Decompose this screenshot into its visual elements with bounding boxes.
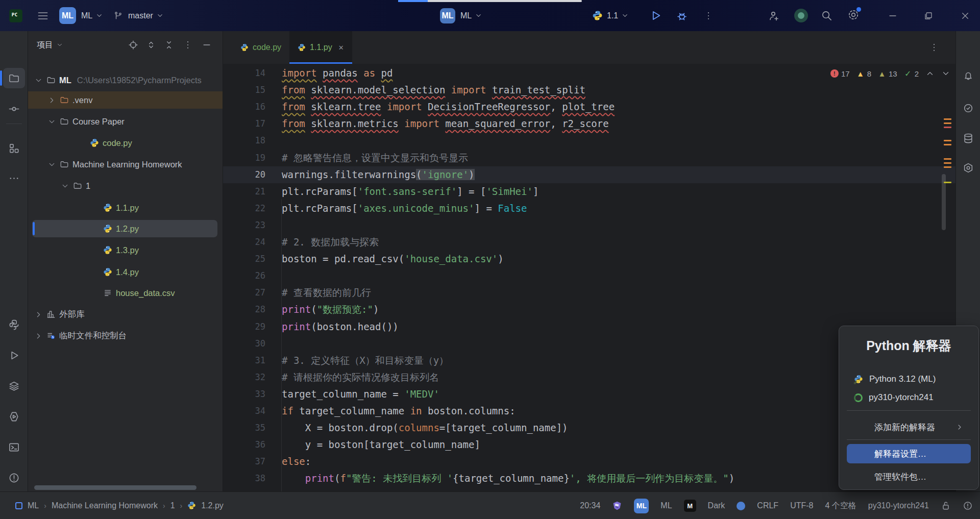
stripe-button-notifications[interactable] <box>958 66 979 86</box>
line-number: 33 <box>223 386 265 403</box>
burger-icon <box>37 10 49 22</box>
editor-tab-bar: code.py1.1.py✕ <box>223 31 955 64</box>
python-icon <box>187 501 196 510</box>
plugin-shield-icon[interactable] <box>612 501 622 511</box>
search-everywhere-button[interactable] <box>821 0 832 31</box>
stripe-button-run[interactable] <box>3 345 25 365</box>
tree-item-ML[interactable]: MLC:\Users\19852\PycharmProjects <box>28 71 223 89</box>
next-problem-icon[interactable] <box>941 69 950 78</box>
title-bar: PC ML ML master ML ML 1.1 <box>0 0 980 31</box>
python-icon <box>240 43 249 52</box>
tree-item-label: Machine Learning Homework <box>72 160 182 169</box>
run-button[interactable] <box>649 0 662 31</box>
python-icon <box>103 224 112 233</box>
tree-item-___[interactable]: 外部库 <box>28 306 223 323</box>
stripe-button-terminal[interactable] <box>3 437 25 457</box>
inspection-error[interactable]: !17 <box>830 69 850 78</box>
code-text: plt.rcParams['axes.unicode_minus'] = Fal… <box>282 200 527 217</box>
settings-button[interactable] <box>847 0 860 31</box>
code-line-23: 23 <box>223 217 955 234</box>
stripe-button-problems[interactable] <box>3 467 25 488</box>
status-project-badge[interactable]: ML <box>634 499 649 513</box>
stripe-button-project-folder[interactable] <box>3 68 25 88</box>
code-with-me-button[interactable] <box>768 0 780 31</box>
status-blue-dot[interactable] <box>737 502 745 510</box>
main-menu-button[interactable] <box>37 0 49 31</box>
tree-item-.venv[interactable]: .venv <box>28 91 223 109</box>
clock: 20:34 <box>580 501 600 510</box>
status-project-name[interactable]: ML <box>660 501 672 510</box>
stripe-button-plugin[interactable] <box>958 158 979 178</box>
breadcrumb-item[interactable]: Machine Learning Homework <box>52 501 158 510</box>
stripe-button-more-horizontal[interactable] <box>3 168 25 188</box>
alert-circle-icon[interactable] <box>963 501 973 511</box>
python-icon <box>592 10 603 21</box>
interpreter-widget[interactable]: py310-ytorch241 <box>868 501 929 510</box>
tree-item-1.2.py[interactable]: 1.2.py <box>32 220 217 237</box>
lock-open-icon[interactable] <box>941 501 951 511</box>
tab-options-icon[interactable] <box>929 42 939 53</box>
tree-item-label: 1.2.py <box>116 224 139 234</box>
interpreter-item[interactable]: Python 3.12 (ML) <box>847 370 971 388</box>
breadcrumb-item[interactable]: 1.2.py <box>201 501 224 510</box>
stripe-button-python-packages[interactable] <box>3 314 25 335</box>
tree-item-Course_Paper[interactable]: Course Paper <box>28 113 223 130</box>
inspection-weak[interactable]: ▲13 <box>878 69 897 78</box>
close-button[interactable] <box>953 0 977 31</box>
interpreter-label: Python 3.12 (ML) <box>869 374 936 384</box>
add-interpreter-item[interactable]: 添加新的解释器 <box>847 417 971 437</box>
theme-badge[interactable]: M <box>684 500 696 512</box>
code-line-25: 25boston = pd.read_csv('house_data.csv') <box>223 251 955 267</box>
branch-widget[interactable]: master <box>113 0 164 31</box>
stripe-button-services[interactable] <box>3 376 25 396</box>
manage-packages-item[interactable]: 管理软件包… <box>847 467 971 486</box>
stripe-button-ai-assistant[interactable] <box>958 98 979 118</box>
error-stripe-mark <box>944 158 951 160</box>
stripe-button-database[interactable] <box>958 128 979 149</box>
tab-1.1.py[interactable]: 1.1.py✕ <box>289 31 352 64</box>
minimize-button[interactable] <box>881 0 904 31</box>
breadcrumb-item[interactable]: 1 <box>170 501 175 510</box>
line-separator-widget[interactable]: CRLF <box>757 501 778 510</box>
maximize-button[interactable] <box>917 0 940 31</box>
line-number: 20 <box>223 166 265 183</box>
tab-close-icon[interactable]: ✕ <box>338 44 344 52</box>
code-text: # 2. 数据加载与探索 <box>282 234 379 251</box>
tab-code.py[interactable]: code.py <box>232 31 289 64</box>
inspection-ok[interactable]: ✓2 <box>904 69 919 78</box>
breadcrumb-item[interactable]: ML <box>28 501 39 510</box>
indent-widget[interactable]: 4 个空格 <box>825 501 856 511</box>
minimize-icon <box>888 11 897 20</box>
stripe-button-commit[interactable] <box>3 98 25 119</box>
theme-name[interactable]: Dark <box>708 501 725 510</box>
tree-item-1.3.py[interactable]: 1.3.py <box>28 241 223 259</box>
breadcrumb-separator-icon: › <box>180 502 183 510</box>
line-number: 29 <box>223 318 265 335</box>
more-actions-button[interactable] <box>703 0 714 31</box>
previous-problem-icon[interactable] <box>925 69 935 78</box>
interpreter-item[interactable]: py310-ytorch241 <box>847 388 971 407</box>
debug-button[interactable] <box>676 0 688 31</box>
tree-item-________[interactable]: 临时文件和控制台 <box>28 327 223 344</box>
python-check-icon <box>854 375 863 384</box>
encoding-widget[interactable]: UTF-8 <box>790 501 813 510</box>
tree-item-1.1.py[interactable]: 1.1.py <box>28 199 223 216</box>
tree-item-1.4.py[interactable]: 1.4.py <box>28 263 223 281</box>
stripe-button-python-console[interactable] <box>3 406 25 427</box>
project-widget[interactable]: ML ML <box>59 0 103 31</box>
tree-item-code.py[interactable]: code.py <box>28 134 223 152</box>
tree-item-1[interactable]: 1 <box>28 177 223 194</box>
tree-item-house_data.csv[interactable]: house_data.csv <box>28 284 223 302</box>
interpreter-settings-item[interactable]: 解释器设置… <box>847 444 971 463</box>
tree-item-Machine_Learning_Homework[interactable]: Machine Learning Homework <box>28 156 223 173</box>
avatar[interactable] <box>794 9 808 22</box>
run-configuration-selector[interactable]: 1.1 <box>592 0 629 31</box>
project-panel-horizontal-scrollbar[interactable] <box>34 485 197 490</box>
line-number: 34 <box>223 403 265 419</box>
inspections-widget[interactable]: !17▲8▲13✓2 <box>830 67 950 80</box>
manage-packages-label: 管理软件包… <box>874 471 926 483</box>
breadcrumb[interactable]: ML›Machine Learning Homework›1›1.2.py <box>15 501 224 510</box>
stripe-button-structure[interactable] <box>3 138 25 158</box>
play-icon <box>649 9 662 22</box>
inspection-warning[interactable]: ▲8 <box>856 69 871 78</box>
